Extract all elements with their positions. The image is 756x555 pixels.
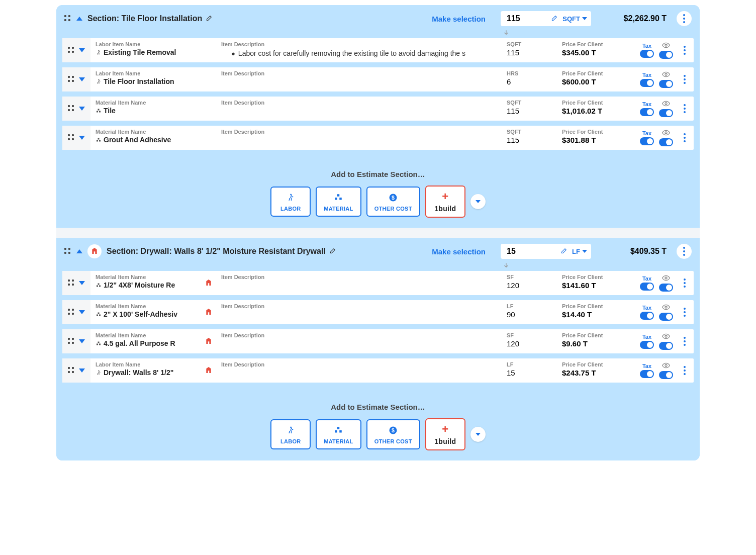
- line-item-row: Labor Item Name Drywall: Walls 8' 1/2" I…: [62, 358, 694, 383]
- qty-value[interactable]: 120: [507, 339, 552, 348]
- visibility-toggle[interactable]: [659, 342, 673, 350]
- add-material-button[interactable]: MATERIAL: [316, 419, 361, 449]
- expand-row-chevron-icon[interactable]: [79, 310, 85, 314]
- more-vertical-icon[interactable]: [683, 247, 685, 256]
- section-title[interactable]: Section: Tile Floor Installation: [87, 14, 212, 23]
- drag-handle-icon[interactable]: [68, 338, 75, 345]
- drag-handle-icon[interactable]: [68, 280, 75, 287]
- item-name[interactable]: Tile Floor Installation: [96, 77, 196, 85]
- make-selection-link[interactable]: Make selection: [432, 247, 486, 256]
- item-name-label: Material Item Name: [96, 303, 196, 309]
- drag-handle-icon[interactable]: [68, 367, 75, 374]
- estimate-section: Section: Drywall: Walls 8' 1/2" Moisture…: [56, 238, 700, 460]
- edit-icon[interactable]: [329, 248, 336, 255]
- tax-toggle[interactable]: [640, 283, 654, 291]
- section-more-button[interactable]: [677, 11, 692, 26]
- expand-add-button[interactable]: [470, 427, 486, 442]
- item-name[interactable]: Tile: [96, 107, 196, 115]
- qty-value[interactable]: 120: [507, 281, 552, 290]
- more-vertical-icon[interactable]: [684, 133, 686, 142]
- expand-row-chevron-icon[interactable]: [79, 107, 85, 111]
- tax-label: Tax: [642, 305, 651, 311]
- collapse-section-chevron-icon[interactable]: [76, 17, 82, 21]
- qty-value[interactable]: 6: [507, 77, 552, 86]
- item-name[interactable]: 2" X 100' Self-Adhesiv: [96, 310, 196, 318]
- expand-row-chevron-icon[interactable]: [79, 48, 85, 52]
- add-1build-button[interactable]: + 1build: [425, 418, 465, 450]
- qty-value[interactable]: 90: [507, 310, 552, 319]
- qty-value[interactable]: 115: [507, 107, 552, 115]
- dollar-icon: $: [389, 425, 398, 435]
- drag-handle-icon[interactable]: [68, 76, 75, 83]
- edit-icon[interactable]: [205, 15, 212, 22]
- more-vertical-icon[interactable]: [684, 104, 686, 113]
- item-name[interactable]: 1/2" 4X8' Moisture Re: [96, 281, 196, 289]
- edit-icon[interactable]: [560, 248, 567, 255]
- visibility-toggle[interactable]: [659, 371, 673, 379]
- section-qty-input[interactable]: 115 SQFT: [501, 11, 591, 26]
- drag-handle-icon[interactable]: [64, 15, 71, 22]
- add-other-cost-button[interactable]: $ OTHER COST: [366, 187, 420, 217]
- visibility-toggle[interactable]: [659, 109, 673, 117]
- qty-value[interactable]: 115: [507, 48, 552, 57]
- tax-toggle[interactable]: [640, 312, 654, 320]
- add-labor-button[interactable]: LABOR: [270, 419, 311, 449]
- add-labor-button[interactable]: LABOR: [270, 187, 311, 217]
- drag-handle-icon[interactable]: [68, 309, 75, 316]
- tax-toggle[interactable]: [640, 50, 654, 58]
- drag-handle-icon[interactable]: [68, 105, 75, 112]
- add-material-button[interactable]: MATERIAL: [316, 187, 361, 217]
- tax-toggle[interactable]: [640, 341, 654, 349]
- expand-row-chevron-icon[interactable]: [79, 339, 85, 343]
- section-qty-input[interactable]: 15 LF: [501, 244, 591, 259]
- expand-row-chevron-icon[interactable]: [79, 77, 85, 81]
- expand-row-chevron-icon[interactable]: [79, 281, 85, 285]
- item-name[interactable]: Drywall: Walls 8' 1/2": [96, 368, 196, 377]
- section-unit-dropdown[interactable]: SQFT: [562, 15, 587, 23]
- visibility-toggle[interactable]: [659, 138, 673, 146]
- section-more-button[interactable]: [677, 244, 692, 259]
- more-vertical-icon[interactable]: [684, 366, 686, 375]
- edit-icon[interactable]: [550, 15, 557, 22]
- qty-value[interactable]: 115: [507, 136, 552, 144]
- item-name[interactable]: Grout And Adhesive: [96, 136, 196, 144]
- drag-handle-icon[interactable]: [68, 47, 75, 54]
- tax-toggle[interactable]: [640, 79, 654, 87]
- qty-value[interactable]: 15: [507, 368, 552, 377]
- drag-handle-icon[interactable]: [68, 134, 75, 141]
- tax-toggle[interactable]: [640, 108, 654, 116]
- visibility-toggle[interactable]: [659, 313, 673, 321]
- expand-row-chevron-icon[interactable]: [79, 136, 85, 140]
- make-selection-link[interactable]: Make selection: [432, 15, 486, 23]
- more-vertical-icon[interactable]: [684, 46, 686, 55]
- price-value: $243.75 T: [562, 368, 632, 377]
- visibility-toggle[interactable]: [659, 284, 673, 292]
- tax-toggle[interactable]: [640, 137, 654, 145]
- more-vertical-icon[interactable]: [684, 337, 686, 346]
- visibility-toggle[interactable]: [659, 51, 673, 59]
- section-unit-dropdown[interactable]: LF: [572, 248, 587, 255]
- section-qty-value[interactable]: 115: [507, 14, 545, 23]
- add-1build-button[interactable]: + 1build: [425, 186, 465, 218]
- drag-handle-icon[interactable]: [64, 248, 71, 255]
- price-label: Price For Client: [562, 274, 632, 280]
- tax-label: Tax: [642, 72, 651, 78]
- tax-toggle[interactable]: [640, 370, 654, 378]
- item-name[interactable]: 4.5 gal. All Purpose R: [96, 339, 196, 347]
- more-vertical-icon[interactable]: [684, 279, 686, 288]
- more-vertical-icon[interactable]: [684, 75, 686, 84]
- collapse-section-chevron-icon[interactable]: [76, 249, 82, 253]
- section-title[interactable]: Section: Drywall: Walls 8' 1/2" Moisture…: [107, 247, 336, 256]
- add-other-cost-button[interactable]: $ OTHER COST: [366, 419, 420, 449]
- section-qty-value[interactable]: 15: [507, 247, 555, 256]
- svg-point-32: [290, 427, 292, 428]
- visibility-toggle[interactable]: [659, 80, 673, 88]
- expand-row-chevron-icon[interactable]: [79, 368, 85, 373]
- price-label: Price For Client: [562, 100, 632, 106]
- item-name[interactable]: Existing Tile Removal: [96, 48, 196, 56]
- more-vertical-icon[interactable]: [684, 308, 686, 317]
- expand-add-button[interactable]: [470, 194, 486, 209]
- line-item-row: Material Item Name 2" X 100' Self-Adhesi…: [62, 300, 694, 324]
- more-vertical-icon[interactable]: [683, 14, 685, 23]
- price-label: Price For Client: [562, 361, 632, 367]
